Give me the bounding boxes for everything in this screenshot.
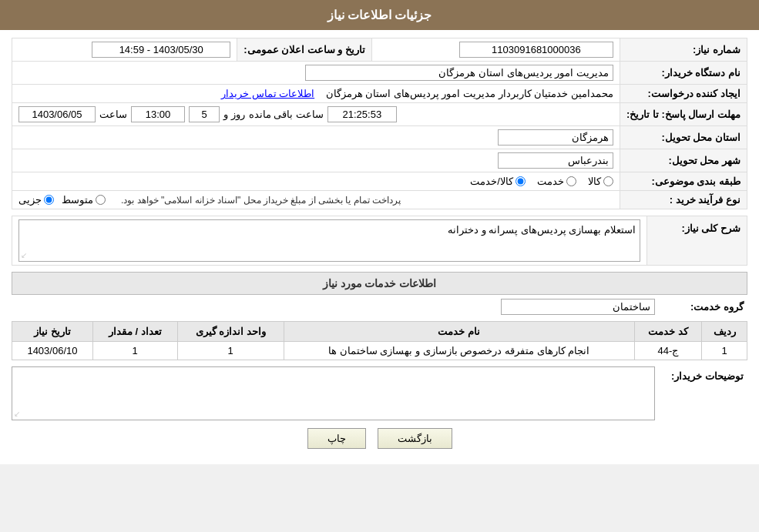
type-jozyi-label: جزیی — [18, 194, 42, 206]
deadline-time-input[interactable] — [131, 106, 185, 122]
services-table: ردیف کد خدمت نام خدمت واحد اندازه گیری ت… — [12, 321, 747, 360]
purchase-note: پرداخت تمام یا بخشی از مبلغ خریداز محل "… — [121, 195, 401, 206]
buyer-notes-label: توضیحات خریدار: — [655, 366, 747, 382]
description-row: شرح کلی نیاز: استعلام بهسازی پردیس‌های پ… — [12, 216, 747, 266]
category-kala-khadamat-item: کالا/خدمت — [470, 176, 526, 187]
buyer-notes-box: ↙ — [12, 366, 655, 420]
buttons-row: بازگشت چاپ — [12, 428, 747, 449]
category-label: طبقه بندی موضوعی: — [620, 172, 747, 191]
deadline-value: ساعت باقی مانده روز و ساعت — [12, 103, 620, 126]
group-row: گروه خدمت: — [12, 299, 747, 315]
col-count: تعداد / مقدار — [92, 322, 177, 342]
province-row: استان محل تحویل: — [12, 126, 747, 149]
description-box: استعلام بهسازی پردیس‌های پسرانه و دختران… — [18, 219, 640, 262]
city-label: شهر محل تحویل: — [620, 149, 747, 172]
category-khadamat-item: خدمت — [537, 176, 576, 187]
deadline-date-row: ساعت باقی مانده روز و ساعت — [18, 106, 613, 122]
type-motavaset-radio[interactable] — [96, 195, 106, 205]
cell-unit: 1 — [177, 342, 284, 360]
province-input[interactable] — [498, 129, 613, 146]
deadline-label: مهلت ارسال پاسخ: تا تاریخ: — [620, 103, 747, 126]
remain-label: ساعت باقی مانده — [249, 109, 324, 120]
description-value: استعلام بهسازی پردیس‌های پسرانه و دختران… — [12, 216, 647, 266]
creator-label: ایجاد کننده درخواست: — [620, 85, 747, 103]
col-row: ردیف — [702, 322, 747, 342]
col-date: تاریخ نیاز — [12, 322, 93, 342]
type-jozyi-radio[interactable] — [44, 195, 54, 205]
creator-value: محمدامین خدمتیان کاربردار مدیریت امور پر… — [12, 85, 620, 103]
buyer-name-label: نام دستگاه خریدار: — [620, 62, 747, 85]
type-jozyi-item: جزیی — [18, 194, 54, 206]
group-label: گروه خدمت: — [655, 301, 747, 313]
city-value — [12, 149, 620, 172]
cell-name: انجام کارهای متفرقه درخصوص بازسازی و بهس… — [284, 342, 634, 360]
need-number-label: شماره نیاز: — [620, 38, 747, 62]
category-kala-label: کالا — [588, 176, 601, 187]
category-kala-radio[interactable] — [603, 176, 613, 186]
date-input[interactable] — [92, 42, 230, 58]
province-label: استان محل تحویل: — [620, 126, 747, 149]
page-container: جزئیات اطلاعات نیاز شماره نیاز: تاریخ و … — [0, 0, 759, 464]
cell-count: 1 — [92, 342, 177, 360]
resize-handle-icon-2: ↙ — [14, 410, 20, 418]
creator-row: ایجاد کننده درخواست: محمدامین خدمتیان کا… — [12, 85, 747, 103]
purchase-type-row: نوع فرآیند خرید : پرداخت تمام یا بخشی از… — [12, 191, 747, 209]
col-unit: واحد اندازه گیری — [177, 322, 284, 342]
creator-text: محمدامین خدمتیان کاربردار مدیریت امور پر… — [326, 88, 613, 99]
category-kala-khadamat-label: کالا/خدمت — [470, 176, 513, 187]
day-label: روز و — [223, 109, 245, 120]
time-label: ساعت — [99, 109, 127, 120]
deadline-date-input[interactable] — [18, 106, 96, 122]
city-row: شهر محل تحویل: — [12, 149, 747, 172]
category-khadamat-radio[interactable] — [566, 176, 576, 186]
category-value: کالا/خدمت خدمت کالا — [12, 172, 620, 191]
col-code: کد خدمت — [634, 322, 702, 342]
deadline-row: مهلت ارسال پاسخ: تا تاریخ: ساعت باقی مان… — [12, 103, 747, 126]
category-kala-item: کالا — [588, 176, 613, 187]
cell-date: 1403/06/10 — [12, 342, 93, 360]
resize-handle-icon: ↙ — [21, 251, 27, 259]
date-label: تاریخ و ساعت اعلان عمومی: — [237, 38, 372, 62]
purchase-type-value: پرداخت تمام یا بخشی از مبلغ خریداز محل "… — [12, 191, 620, 209]
print-button[interactable]: چاپ — [307, 428, 366, 449]
table-row: 1 ج-44 انجام کارهای متفرقه درخصوص بازساز… — [12, 342, 747, 360]
description-text: استعلام بهسازی پردیس‌های پسرانه و دختران… — [448, 224, 636, 236]
need-number-row: شماره نیاز: تاریخ و ساعت اعلان عمومی: — [12, 38, 747, 62]
back-button[interactable]: بازگشت — [378, 428, 452, 449]
group-value — [12, 299, 655, 315]
type-motavaset-item: متوسط — [62, 194, 106, 206]
buyer-name-row: نام دستگاه خریدار: — [12, 62, 747, 85]
description-label: شرح کلی نیاز: — [647, 216, 747, 266]
contact-link[interactable]: اطلاعات تماس خریدار — [221, 88, 314, 99]
category-row: طبقه بندی موضوعی: کالا/خدمت خدمت — [12, 172, 747, 191]
deadline-remain-input[interactable] — [327, 106, 397, 122]
purchase-type-row-inner: پرداخت تمام یا بخشی از مبلغ خریداز محل "… — [18, 194, 613, 206]
purchase-type-label: نوع فرآیند خرید : — [620, 191, 747, 209]
content-area: شماره نیاز: تاریخ و ساعت اعلان عمومی: نا… — [0, 30, 759, 464]
buyer-name-input[interactable] — [305, 65, 613, 81]
cell-code: ج-44 — [634, 342, 702, 360]
group-input[interactable] — [501, 299, 655, 315]
services-table-header-row: ردیف کد خدمت نام خدمت واحد اندازه گیری ت… — [12, 322, 747, 342]
main-form-table: شماره نیاز: تاریخ و ساعت اعلان عمومی: نا… — [12, 38, 747, 209]
buyer-notes-row: توضیحات خریدار: ↙ — [12, 366, 747, 420]
description-table: شرح کلی نیاز: استعلام بهسازی پردیس‌های پ… — [12, 216, 747, 266]
need-number-input[interactable] — [459, 42, 613, 58]
date-value — [12, 38, 237, 62]
services-section-header: اطلاعات خدمات مورد نیاز — [12, 272, 747, 295]
col-name: نام خدمت — [284, 322, 634, 342]
category-kala-khadamat-radio[interactable] — [516, 176, 526, 186]
buyer-notes-value: ↙ — [12, 366, 655, 420]
page-title: جزئیات اطلاعات نیاز — [0, 0, 759, 30]
province-value — [12, 126, 620, 149]
deadline-days-input[interactable] — [189, 106, 220, 122]
category-radio-group: کالا/خدمت خدمت کالا — [18, 176, 613, 187]
category-khadamat-label: خدمت — [537, 176, 564, 187]
cell-row: 1 — [702, 342, 747, 360]
type-motavaset-label: متوسط — [62, 194, 93, 206]
need-number-value — [372, 38, 620, 62]
buyer-name-value — [12, 62, 620, 85]
city-input[interactable] — [498, 152, 613, 169]
